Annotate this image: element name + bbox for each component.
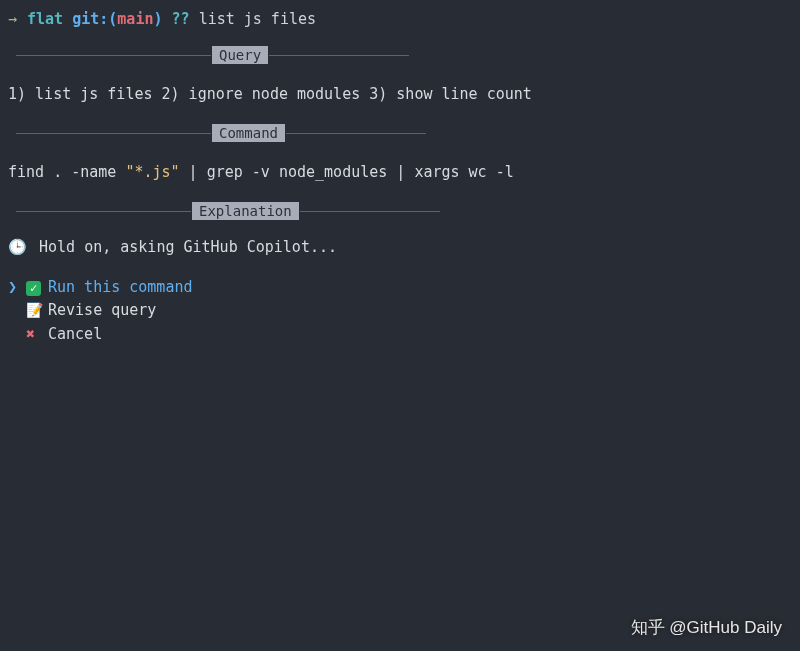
menu-item-label: Run this command	[48, 276, 193, 299]
action-menu[interactable]: ❯ ✓ Run this command 📝 Revise query ✖ Ca…	[8, 276, 792, 346]
prompt-folder: flat	[27, 10, 63, 28]
menu-item-cancel[interactable]: ✖ Cancel	[8, 323, 792, 346]
explanation-status: 🕒Hold on, asking GitHub Copilot...	[8, 238, 792, 256]
prompt-branch: main	[117, 10, 153, 28]
prompt-git-label: git:	[72, 10, 108, 28]
divider-line	[269, 55, 409, 56]
divider-line	[286, 133, 426, 134]
check-icon: ✓	[26, 276, 48, 299]
explanation-section: Explanation 🕒Hold on, asking GitHub Copi…	[8, 202, 792, 256]
query-section: Query 1) list js files 2) ignore node mo…	[8, 46, 792, 106]
prompt-arrow-icon: →	[8, 10, 17, 28]
menu-caret-icon: ❯	[8, 276, 26, 299]
command-content: find . -name "*.js" | grep -v node_modul…	[8, 160, 792, 184]
prompt-trigger: ??	[172, 10, 190, 28]
command-string: "*.js"	[125, 163, 179, 181]
divider-line	[16, 55, 211, 56]
query-content: 1) list js files 2) ignore node modules …	[8, 82, 792, 106]
command-section: Command find . -name "*.js" | grep -v no…	[8, 124, 792, 184]
divider-line	[16, 133, 211, 134]
shell-prompt: → flat git: ( main ) ?? list js files	[8, 10, 792, 28]
watermark: 知乎 @GitHub Daily	[631, 616, 782, 639]
explanation-section-label: Explanation	[192, 202, 299, 220]
query-divider: Query	[16, 46, 784, 64]
status-text: Hold on, asking GitHub Copilot...	[39, 238, 337, 256]
divider-line	[300, 211, 440, 212]
prompt-paren-open: (	[108, 10, 117, 28]
cross-icon: ✖	[26, 323, 48, 346]
divider-line	[16, 211, 191, 212]
menu-item-run[interactable]: ❯ ✓ Run this command	[8, 276, 792, 299]
menu-item-revise[interactable]: 📝 Revise query	[8, 299, 792, 322]
menu-item-label: Revise query	[48, 299, 156, 322]
prompt-paren-close: )	[153, 10, 162, 28]
command-section-label: Command	[212, 124, 285, 142]
pencil-icon: 📝	[26, 300, 48, 322]
command-suffix: | grep -v node_modules | xargs wc -l	[180, 163, 514, 181]
command-divider: Command	[16, 124, 784, 142]
menu-item-label: Cancel	[48, 323, 102, 346]
query-section-label: Query	[212, 46, 268, 64]
clock-icon: 🕒	[8, 238, 27, 256]
command-prefix: find . -name	[8, 163, 125, 181]
prompt-input-text[interactable]: list js files	[199, 10, 316, 28]
explanation-divider: Explanation	[16, 202, 784, 220]
